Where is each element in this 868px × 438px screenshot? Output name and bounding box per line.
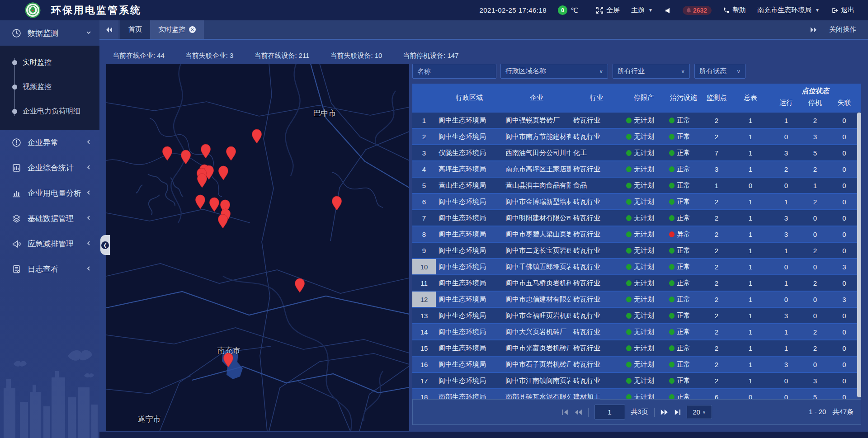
- name-filter-input[interactable]: [412, 64, 496, 79]
- table-scrollbar[interactable]: [857, 112, 861, 399]
- map-pin-icon[interactable]: [201, 144, 211, 158]
- sound-toggle[interactable]: [664, 7, 671, 14]
- cell-total-meters: 1: [731, 210, 769, 226]
- table-row[interactable]: 6阆中生态环境局阆中市金博瑞新型墙材砖瓦行业无计划正常21120: [412, 193, 861, 209]
- table-row[interactable]: 1阆中生态环境局阆中强锐页岩砖厂砖瓦行业无计划正常21120: [412, 112, 861, 128]
- close-operations-button[interactable]: 关闭操作: [829, 25, 856, 34]
- table-row[interactable]: 9阆中生态环境局阆中市二龙长宝页岩砖砖瓦行业无计划正常21120: [412, 242, 861, 258]
- cell-lost: 0: [827, 194, 861, 209]
- table-row[interactable]: 16阆中生态环境局阆中市石子页岩机砖厂砖瓦行业无计划正常21300: [412, 356, 861, 372]
- page-number-input[interactable]: [594, 405, 625, 419]
- last-page-button[interactable]: [674, 409, 681, 415]
- chevron-down-icon: [86, 28, 91, 38]
- table-row[interactable]: 11阆中生态环境局阆中市五马桥页岩机砖砖瓦行业无计划正常21120: [412, 274, 861, 291]
- fullscreen-button[interactable]: 全屏: [596, 6, 620, 14]
- stop-production-text: 无计划: [634, 116, 654, 125]
- cell-running: 1: [769, 194, 803, 209]
- stop-production-text: 无计划: [634, 360, 654, 369]
- cell-total-meters: 1: [731, 357, 769, 372]
- table-row[interactable]: 7阆中生态环境局阆中明阳建材有限公司砖瓦行业无计划正常21300: [412, 209, 861, 226]
- stat-item-1: 当前失联企业:3: [184, 52, 234, 60]
- cell-lost: 0: [827, 178, 861, 193]
- sidebar-collapse-handle[interactable]: ❮: [100, 235, 110, 255]
- sidebar-item-2[interactable]: 企业综合统计: [0, 155, 99, 180]
- table-row[interactable]: 3仪陇生态环境局西南油气田分公司川中化工无计划正常71350: [412, 144, 861, 160]
- table-row[interactable]: 10阆中生态环境局阆中千佛镇五郎垭页岩砖瓦行业无计划正常21003: [412, 258, 861, 274]
- cell-monitor-points: 2: [702, 324, 731, 339]
- speaker-icon: [664, 7, 671, 14]
- submenu-item-1[interactable]: 视频监控: [0, 75, 99, 99]
- cell-lost: 0: [827, 113, 861, 128]
- status-filter-select[interactable]: 所有状态 ∨: [694, 64, 745, 79]
- table-row[interactable]: 2阆中生态环境局阆中市南方节能建材有砖瓦行业无计划正常21030: [412, 128, 861, 144]
- sidebar-item-1[interactable]: 企业异常: [0, 130, 99, 155]
- map-pin-icon[interactable]: [332, 196, 342, 210]
- help-button[interactable]: 帮助: [723, 6, 746, 14]
- scrollbar-thumb[interactable]: [857, 113, 861, 397]
- cell-company: 阆中市枣碧大梁山页岩: [503, 226, 571, 242]
- cell-total-meters: 1: [731, 373, 769, 388]
- map-pin-icon[interactable]: [224, 353, 233, 367]
- theme-menu[interactable]: 主题 ▼: [631, 6, 653, 14]
- sidebar-item-6[interactable]: 日志查看: [0, 256, 99, 282]
- table-row[interactable]: 12阆中生态环境局阆中市忠信建材有限公砖瓦行业无计划正常21003: [412, 291, 861, 307]
- cell-pollution-treatment: 正常: [665, 389, 702, 399]
- table-row[interactable]: 4高坪生态环境局南充市高坪区王家店建砖瓦行业无计划正常31220: [412, 160, 861, 177]
- tabs-scroll-left-button[interactable]: [99, 20, 118, 39]
- sidebar-item-5[interactable]: 应急减排管理: [0, 231, 99, 256]
- table-row[interactable]: 14阆中生态环境局阆中大兴页岩机砖厂砖瓦行业无计划正常21120: [412, 323, 861, 339]
- table-row[interactable]: 18南部生态环境局南部县砖瓦水泥有限公建材加工无计划正常60050: [412, 388, 861, 399]
- cell-region: 阆中生态环境局: [436, 308, 503, 323]
- notification-badge[interactable]: 2632: [683, 6, 712, 15]
- table-row[interactable]: 17阆中生态环境局阆中市江南镇阆南页岩砖瓦行业无计划正常21030: [412, 372, 861, 388]
- cell-company: 阆中市金博瑞新型墙材: [503, 194, 571, 209]
- chevron-left-icon: [86, 239, 91, 248]
- bar-chart-icon: [12, 188, 21, 198]
- region-filter-select[interactable]: 行政区域名称 ∨: [500, 64, 608, 79]
- next-page-button[interactable]: [660, 409, 668, 415]
- table-row[interactable]: 13阆中生态环境局阆中市金福旺页岩机砖砖瓦行业无计划正常21300: [412, 307, 861, 323]
- double-chevron-right-icon[interactable]: [810, 27, 817, 33]
- map-pin-icon[interactable]: [219, 166, 228, 180]
- table-row[interactable]: 5营山生态环境局营山县润丰肉食品有限食品无计划正常10010: [412, 177, 861, 193]
- submenu-item-2[interactable]: 企业电力负荷明细: [0, 99, 99, 123]
- sidebar-item-4[interactable]: 基础数据管理: [0, 206, 99, 231]
- stat-value: 147: [448, 52, 459, 59]
- datetime: 2021-02-25 17:46:18: [479, 6, 547, 14]
- cell-lost: 0: [827, 373, 861, 388]
- cell-row-number: 15: [412, 340, 436, 356]
- sidebar-item-3[interactable]: 企业用电量分析: [0, 180, 99, 206]
- table-row[interactable]: 8阆中生态环境局阆中市枣碧大梁山页岩砖瓦行业无计划异常21300: [412, 226, 861, 242]
- sidebar-item-0[interactable]: 数据监测: [0, 20, 99, 46]
- page-size-select[interactable]: 20 ∨: [687, 405, 712, 419]
- industry-filter-select[interactable]: 所有行业 ∨: [613, 64, 690, 79]
- status-dot-green: [626, 118, 632, 123]
- submenu-item-0[interactable]: 实时监控: [0, 50, 99, 75]
- tab-realtime-monitor[interactable]: 实时监控 ✕: [150, 20, 204, 39]
- map-pin-icon[interactable]: [295, 278, 305, 292]
- map-pin-icon[interactable]: [210, 198, 219, 212]
- map-pin-icon[interactable]: [252, 129, 262, 143]
- prev-page-button[interactable]: [574, 409, 582, 415]
- map-pin-icon[interactable]: [181, 150, 191, 164]
- logout-button[interactable]: 退出: [831, 6, 854, 14]
- cell-running: 0: [769, 373, 803, 388]
- map-panel[interactable]: 巴中市南充市遂宁市: [106, 64, 409, 431]
- tab-home[interactable]: 首页: [120, 20, 150, 39]
- status-dot-green: [626, 264, 632, 270]
- cell-stop-production: 无计划: [623, 259, 665, 274]
- map-pin-icon[interactable]: [198, 174, 207, 188]
- table-row[interactable]: 15阆中生态环境局阆中市光富页岩机砖厂砖瓦行业无计划正常21120: [412, 339, 861, 356]
- enterprise-table-panel: 行政区域名称 ∨ 所有行业 ∨ 所有状态 ∨ 行政区域企业行业停限产治污设施监测…: [412, 64, 861, 425]
- map-pin-icon[interactable]: [196, 195, 205, 209]
- map-pin-icon[interactable]: [226, 146, 236, 160]
- cell-running: 1: [769, 340, 803, 356]
- map-pin-icon[interactable]: [218, 214, 228, 228]
- cell-company: 南部县砖瓦水泥有限公: [503, 389, 571, 399]
- close-tab-icon[interactable]: ✕: [189, 26, 196, 33]
- treatment-status-text: 正常: [677, 246, 690, 255]
- first-page-button[interactable]: [561, 409, 568, 415]
- org-menu[interactable]: 南充市生态环境局 ▼: [757, 6, 820, 14]
- map-pin-icon[interactable]: [163, 146, 172, 160]
- treatment-status-text: 正常: [677, 311, 690, 320]
